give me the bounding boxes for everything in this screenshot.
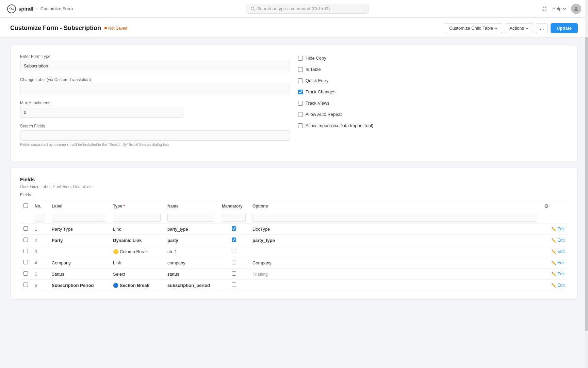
more-button[interactable]: … <box>536 23 548 33</box>
notification-button[interactable] <box>541 6 548 12</box>
row-mandatory-checkbox-0[interactable] <box>232 226 236 231</box>
row-type-3: Link <box>110 257 164 269</box>
filter-mandatory-input[interactable] <box>222 214 246 222</box>
row-checkbox-2[interactable] <box>23 249 28 253</box>
row-mandatory-checkbox-5[interactable] <box>232 282 236 287</box>
max-attachments-input[interactable] <box>20 107 183 118</box>
select-all-checkbox[interactable] <box>23 203 28 208</box>
th-options: Options <box>249 200 541 212</box>
fields-table-body: 1Party TypeLinkparty_typeDocType✏️ Edit2… <box>20 224 568 291</box>
topnav: spindl › Customize Form Search or type a… <box>0 0 588 18</box>
row-mandatory-checkbox-3[interactable] <box>232 260 236 264</box>
allow-import-checkbox[interactable] <box>298 123 303 128</box>
allow-auto-repeat-checkbox[interactable] <box>298 112 303 117</box>
gear-icon-button[interactable]: ⚙ <box>544 203 549 209</box>
filter-label-input[interactable] <box>52 214 106 222</box>
filter-label-cell <box>48 212 110 224</box>
row-edit-button-4[interactable]: ✏️ Edit <box>544 272 565 276</box>
row-checkbox-0[interactable] <box>23 226 28 231</box>
row-checkbox-cell-3 <box>20 257 31 269</box>
filter-type-input[interactable] <box>113 214 161 222</box>
row-edit-button-5[interactable]: ✏️ Edit <box>544 283 565 288</box>
track-changes-checkbox[interactable] <box>298 90 303 94</box>
quick-entry-checkbox[interactable] <box>298 78 303 83</box>
hide-copy-label: Hide Copy <box>306 56 326 61</box>
checkbox-allow-auto-repeat: Allow Auto Repeat <box>298 112 568 117</box>
type-text-3: Link <box>113 260 121 265</box>
row-mandatory-checkbox-1[interactable] <box>232 237 236 242</box>
is-table-label: Is Table <box>306 67 321 72</box>
row-edit-button-3[interactable]: ✏️ Edit <box>544 260 565 265</box>
row-checkbox-4[interactable] <box>23 271 28 276</box>
filter-name-input[interactable] <box>167 214 215 222</box>
search-fields-row: Search Fields Fields separated by comma … <box>20 124 290 147</box>
customize-child-table-button[interactable]: Customize Child Table <box>445 23 502 33</box>
help-button[interactable]: Help <box>552 6 566 11</box>
th-type: Type * <box>110 200 164 212</box>
table-row: 5StatusSelectstatusTrialling✏️ Edit <box>20 269 568 280</box>
edit-pencil-icon-1: ✏️ <box>551 238 556 243</box>
row-edit-button-2[interactable]: ✏️ Edit <box>544 249 565 254</box>
table-header-row: No. Label Type * Name Mandatory Options … <box>20 200 568 212</box>
track-views-checkbox[interactable] <box>298 101 303 106</box>
not-saved-label: Not Saved <box>108 26 127 31</box>
type-text-4: Select <box>113 272 125 277</box>
row-mandatory-checkbox-2[interactable] <box>232 249 236 253</box>
avatar[interactable] <box>571 4 581 14</box>
filter-no-input[interactable] <box>35 214 45 222</box>
quick-entry-label: Quick Entry <box>306 78 328 83</box>
row-name-4: status <box>164 269 218 280</box>
table-row: 1Party TypeLinkparty_typeDocType✏️ Edit <box>20 224 568 235</box>
is-table-checkbox[interactable] <box>298 67 303 72</box>
row-name-1: party <box>164 235 218 246</box>
search-container[interactable]: Search or type a command (Ctrl + G) <box>246 4 369 14</box>
logo-text: spindl <box>18 6 33 12</box>
row-edit-button-1[interactable]: ✏️ Edit <box>544 238 565 243</box>
row-label-3: Company <box>48 257 110 269</box>
change-label-input[interactable] <box>20 84 290 94</box>
nav-right: Help <box>541 4 581 14</box>
actions-button[interactable]: Actions <box>505 23 533 33</box>
filter-options-input[interactable] <box>252 214 537 222</box>
checkbox-is-table: Is Table <box>298 67 568 72</box>
required-star: * <box>123 204 125 208</box>
breadcrumb-separator: › <box>36 6 38 12</box>
row-checkbox-1[interactable] <box>23 237 28 242</box>
edit-pencil-icon-2: ✏️ <box>551 249 556 254</box>
th-label: Label <box>48 200 110 212</box>
search-placeholder: Search or type a command (Ctrl + G) <box>257 6 330 11</box>
filter-no-cell <box>31 212 48 224</box>
row-type-0: Link <box>110 224 164 235</box>
header-actions: Customize Child Table Actions … Update <box>445 23 578 33</box>
row-mandatory-checkbox-4[interactable] <box>232 271 236 276</box>
row-type-5: 🔵Section Break <box>110 280 164 291</box>
row-checkbox-5[interactable] <box>23 282 28 287</box>
not-saved-badge: Not Saved <box>104 26 127 31</box>
row-name-0: party_type <box>164 224 218 235</box>
row-no-2: 3 <box>31 246 48 257</box>
fields-section-label: Fields <box>20 193 568 197</box>
logo-icon <box>7 4 16 14</box>
edit-pencil-icon-0: ✏️ <box>551 227 556 231</box>
row-checkbox-3[interactable] <box>23 260 28 264</box>
svg-point-1 <box>251 7 254 10</box>
enter-form-type-input[interactable] <box>20 61 290 71</box>
logo[interactable]: spindl <box>7 4 33 14</box>
breadcrumb-item[interactable]: Customize Form <box>40 6 73 11</box>
row-edit-cell-5: ✏️ Edit <box>541 280 568 291</box>
search-fields-input[interactable] <box>20 130 290 141</box>
form-card: Enter Form Type Change Label (via Custom… <box>10 46 578 161</box>
row-edit-button-0[interactable]: ✏️ Edit <box>544 227 565 231</box>
scrollbar-track[interactable] <box>585 0 588 308</box>
search-bar[interactable]: Search or type a command (Ctrl + G) <box>246 4 369 14</box>
row-options-2 <box>249 246 541 257</box>
track-changes-label: Track Changes <box>306 89 336 94</box>
hide-copy-checkbox[interactable] <box>298 56 303 61</box>
table-filter-row <box>20 212 568 224</box>
chevron-down-icon <box>563 7 566 11</box>
allow-import-label: Allow Import (via Data Import Tool) <box>306 123 373 128</box>
row-name-5: subscription_period <box>164 280 218 291</box>
update-button[interactable]: Update <box>551 23 578 33</box>
row-options-5 <box>249 280 541 291</box>
scrollbar-thumb[interactable] <box>585 37 588 308</box>
